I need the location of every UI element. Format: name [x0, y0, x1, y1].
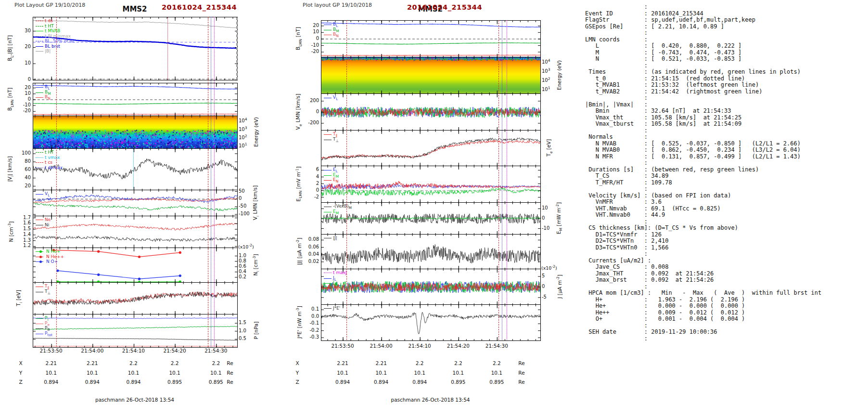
position-value: 2.2: [129, 360, 138, 366]
legend-label: t cs: [45, 160, 52, 165]
series-line: [33, 292, 237, 305]
legend-label: |J|: [333, 236, 337, 240]
panel-canvas-electron-spectrogram: [321, 57, 540, 94]
y-axis-label: |Vi| [km/s]: [7, 156, 14, 182]
panel-bl-abs-b: t dst HTt MVABt BLminmaxBL, 50% of BLBL …: [33, 17, 238, 80]
right-axis-label: Te [eV]: [546, 139, 553, 157]
legend-label: N He++: [46, 255, 64, 259]
figure-middle-fields-currents: Plot layout GP 19/10/2018MMS220161024_21…: [288, 0, 567, 405]
y-tick-label: 200: [301, 98, 319, 103]
legend-label: t HT: [45, 24, 54, 28]
y-axis-label: J*E' [nW m-3]: [295, 306, 302, 339]
series-line: [321, 312, 540, 334]
panel-canvas-jdote: [321, 305, 540, 340]
event-info-line: N MFR : [ 0.131, 0.857, -0.499 ] (L2/L1 …: [585, 154, 821, 160]
legend-sample-line: [324, 278, 332, 279]
y-axis-label: |J| [µA m-2]: [295, 238, 302, 265]
right-axis-label: Ni [cm-3]: [252, 254, 260, 276]
legend-sample-line: [36, 225, 43, 225]
event-info-line: H+ : 1.963 - 2.196 ( 2.196 ): [585, 297, 821, 303]
energy-tick-label: 101: [239, 142, 247, 148]
panel-vertical-marker-line: [167, 17, 168, 80]
legend-label: BL, 50% of BL: [45, 39, 75, 43]
event-info-line: D1=TCS*Vnmfr : 126: [585, 232, 821, 238]
y-tick-label: -0.2: [301, 328, 319, 333]
time-tick-label: 21:54:30: [485, 343, 508, 349]
legend-item: t cs: [36, 160, 52, 165]
event-info-line: HPCA mom [1/cm3] : Min - Max ( Ave ) wit…: [585, 290, 821, 297]
event-info-line: VHT.Nmvab0 : 44.9: [585, 212, 821, 219]
energy-tick-label: 104: [239, 117, 247, 123]
event-info-line: CS thickness [km]: (D=T_CS * Vs from abo…: [585, 225, 821, 232]
y-tick-label: 0.2: [239, 274, 246, 279]
position-row-label: Z: [19, 379, 22, 385]
legend-sample-marker: [39, 256, 42, 258]
legend-item: EM: [324, 209, 339, 215]
position-unit: Re: [518, 379, 524, 385]
position-value: 10.1: [45, 370, 56, 376]
time-tick-label: 21:53:50: [331, 343, 354, 349]
spectrogram-speckle: [323, 57, 536, 61]
series-line: [33, 103, 237, 105]
position-row-label: X: [295, 360, 299, 366]
legend-item: t dvmax: [36, 166, 63, 170]
position-value: 0.894: [412, 379, 427, 385]
event-id-title: 20161024_215344: [33, 3, 237, 11]
series-line: [321, 187, 540, 196]
legend-sample-marker: [39, 250, 42, 253]
y-tick-label: 5: [542, 274, 545, 278]
time-tick-label: 21:54:20: [447, 343, 470, 349]
event-info-line: t_MVAB1 : 21:53:32 (leftmost green line): [585, 82, 821, 89]
y-tick-label: 60: [13, 167, 31, 172]
position-value: 10.1: [375, 370, 386, 376]
y-tick-label: 0: [301, 36, 319, 41]
panel-jdote: J*E': [321, 304, 541, 341]
y-tick-label: 80: [13, 159, 31, 164]
event-info-line: SEH date : 2019-11-29 10:00:36: [585, 329, 821, 336]
legend-item: VL: [36, 192, 50, 197]
position-unit: Re: [518, 370, 524, 376]
y-tick-label: 100: [13, 151, 31, 156]
panel-te: T∥T⊥: [321, 130, 541, 167]
position-value: 2.2: [171, 360, 179, 366]
event-info-line: :: [585, 128, 821, 134]
right-axis-label: Vi LMN [km/s]: [252, 185, 259, 220]
legend-sample-line: [36, 87, 43, 88]
legend-sample-line: [36, 334, 43, 334]
legend-item: BL, 50% of BL: [36, 39, 75, 43]
legend-item: VL: [324, 95, 338, 101]
panel-canvas-n-density: [33, 216, 237, 248]
y-tick-label: -20: [301, 49, 319, 54]
y-tick-label: 1.5: [13, 226, 31, 231]
panel-electron-spectrogram: [321, 57, 541, 94]
legend-item: BN: [36, 95, 51, 101]
series-line: [321, 43, 540, 44]
event-info-line: :: [585, 30, 821, 37]
series-line: [33, 159, 237, 179]
position-row-label: X: [19, 360, 22, 366]
figure-left-ion-overview: Plot Layout GP 19/10/2018MMS220161024_21…: [0, 0, 279, 405]
legend-sample-line: [36, 26, 43, 26]
legend-sample-line: [36, 194, 43, 195]
series-marker: [138, 278, 140, 280]
y-tick-label: -0.3: [301, 335, 319, 340]
y-tick-label: 0: [301, 188, 319, 193]
legend-label: N He+: [46, 249, 60, 254]
figure-vertical-marker-line: [502, 20, 502, 340]
series-line: [33, 338, 237, 340]
legend-sample-line: [36, 328, 43, 329]
event-info-line: He++ : 0.009 - 0.012 ( 0.012 ): [585, 310, 821, 316]
event-info-line: D3=TCS*VHTn0 : 1,566: [585, 245, 821, 251]
position-value: 0.895: [489, 379, 504, 385]
energy-tick-label: 102: [239, 134, 247, 140]
y-tick-label: 10: [13, 61, 31, 65]
legend-item: t ds: [36, 19, 53, 23]
y-axis-label: BLMN [nT]: [295, 27, 302, 50]
y-tick-label: 10: [13, 91, 31, 96]
event-info-line: :: [585, 4, 821, 11]
legend-item: |B|: [36, 49, 51, 53]
event-info-line: Jmax_brst : 0.092 at 21:54:26: [585, 277, 821, 284]
position-value: 10.1: [414, 370, 425, 376]
series-line: [33, 223, 237, 230]
legend-item: Ni: [36, 223, 49, 227]
